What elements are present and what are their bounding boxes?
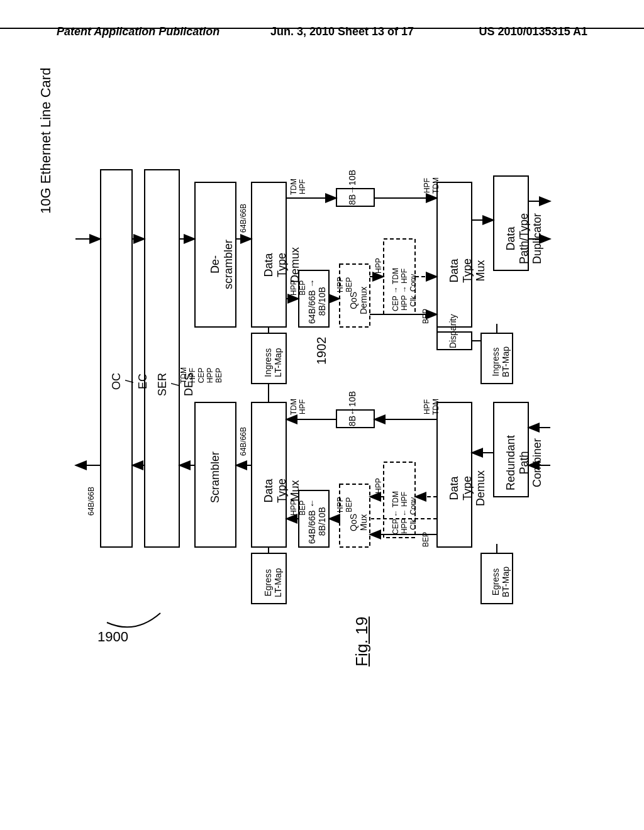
egress-lt-map: Egress LT-Map <box>263 568 283 597</box>
duplicator-block: Data Path/Type Duplicator <box>504 213 544 264</box>
label-hppbep2-top: HPP BEP <box>336 277 353 292</box>
ref-1902: 1902 <box>314 337 329 365</box>
label-hpp-bot: HPP <box>374 478 383 494</box>
label-bep-top: BEP <box>421 309 430 324</box>
dt-demux-top: Data Type Demux <box>262 247 302 283</box>
scrambler-block: Scrambler <box>209 451 222 503</box>
conv-bot: CEP ← TDM HPP ← HPF Clk. Conv. <box>391 491 418 534</box>
b8b10-top: 8B→10B <box>347 170 357 205</box>
dt-demux-bot: Data Type Demux <box>448 470 487 506</box>
figure-label: Fig. 19 <box>352 617 372 667</box>
label-64b-left: 64B/66B <box>87 487 96 516</box>
card-title: 10G Ethernet Line Card <box>38 68 54 214</box>
b6466-convert-bot: 64B/66B ← 8B/10B <box>307 499 327 544</box>
svg-rect-5 <box>252 402 286 547</box>
ingress-bt-map: Ingress BT-Map <box>491 346 511 377</box>
label-hpftdm-bot: HPF TDM <box>423 399 440 415</box>
label-tdmhpf-top: TDM HPF <box>289 179 307 195</box>
ref-1900: 1900 <box>97 629 128 645</box>
qos-mux: QoS Mux <box>348 514 369 531</box>
svg-rect-16 <box>437 182 472 327</box>
combiner-block: Redundant Path Combiner <box>504 435 544 490</box>
label-tdmhpf-bot: TDM HPF <box>289 399 307 415</box>
label-64b-top: 64B/66B <box>239 204 248 233</box>
diagram-svg <box>63 75 581 767</box>
label-hpp-top: HPP <box>374 258 383 274</box>
label-hpftdm-top: HPF TDM <box>423 177 440 194</box>
label-hppbep-top: HPP BEP <box>289 280 307 296</box>
b6466-convert-top: 64B/66B → 8B/10B <box>307 279 327 324</box>
header-center: Jun. 3, 2010 Sheet 13 of 17 <box>270 25 414 38</box>
label-5types: TDM HPF CEP HPP BEP <box>179 367 223 384</box>
header-left: Patent Application Publication <box>57 25 219 38</box>
ingress-lt-map: Ingress LT-Map <box>263 348 283 377</box>
conv-top: CEP → TDM HPP → HPF Clk. Conv. <box>391 268 418 311</box>
label-64b-bot: 64B/66B <box>239 427 248 456</box>
label-hppbep2-bot: HPP BEP <box>336 497 353 512</box>
egress-bt-map: Egress BT-Map <box>491 567 511 597</box>
dt-mux-bot: Data Type Mux <box>262 479 302 503</box>
dt-mux-top: Data Type Mux <box>448 258 487 283</box>
svg-rect-1 <box>145 170 179 547</box>
b8b10-bot: 8B←10B <box>347 391 357 426</box>
disparity-block: Disparity <box>448 314 458 348</box>
label-hppbep-bot: HPP BEP <box>289 500 307 516</box>
label-bep-bot: BEP <box>421 532 430 547</box>
header-right: US 2010/0135315 A1 <box>479 25 587 38</box>
descrambler-block: De- scrambler <box>209 240 235 289</box>
svg-rect-0 <box>101 170 132 547</box>
ocec-block: OC / EC <box>110 373 150 390</box>
